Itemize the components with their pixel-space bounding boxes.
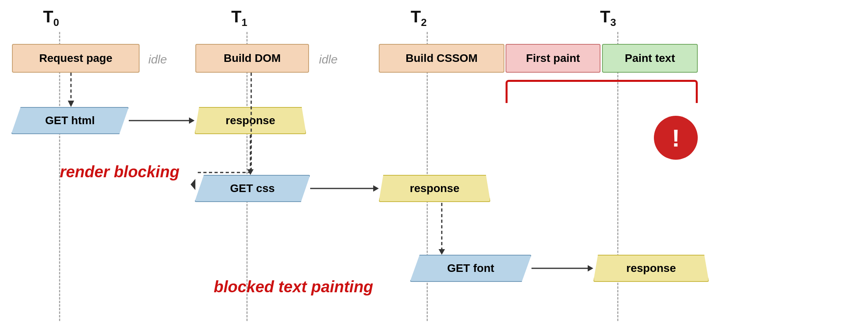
diagram: T0 T1 T2 T3 Request page idle Build DOM … bbox=[0, 0, 868, 329]
get-css-box: GET css bbox=[195, 175, 310, 202]
build-dom-box: Build DOM bbox=[195, 44, 309, 73]
response2-box: response bbox=[379, 175, 490, 202]
bracket-left-foot bbox=[506, 96, 508, 103]
request-page-box: Request page bbox=[12, 44, 140, 73]
svg-marker-12 bbox=[439, 249, 445, 255]
time-label-t3: T3 bbox=[600, 7, 616, 29]
get-font-box: GET font bbox=[410, 255, 531, 282]
paint-text-box: Paint text bbox=[602, 44, 698, 73]
idle-text-2: idle bbox=[319, 53, 338, 66]
time-label-t1: T1 bbox=[231, 7, 247, 29]
idle-text-1: idle bbox=[148, 53, 167, 66]
svg-marker-8 bbox=[247, 169, 254, 175]
svg-marker-3 bbox=[189, 117, 195, 124]
render-blocking-label: render blocking bbox=[60, 163, 179, 181]
red-bracket bbox=[506, 80, 698, 97]
get-html-box: GET html bbox=[11, 107, 129, 134]
svg-marker-6 bbox=[191, 179, 195, 190]
response1-box: response bbox=[195, 107, 306, 134]
bracket-right-foot bbox=[696, 96, 698, 103]
response3-box: response bbox=[593, 255, 709, 282]
time-label-t2: T2 bbox=[411, 7, 427, 29]
svg-marker-1 bbox=[68, 101, 74, 107]
svg-marker-14 bbox=[588, 265, 593, 272]
error-icon: ! bbox=[654, 116, 698, 160]
first-paint-box: First paint bbox=[506, 44, 600, 73]
svg-marker-10 bbox=[373, 185, 379, 192]
blocked-text-painting-label: blocked text painting bbox=[214, 278, 373, 296]
time-label-t0: T0 bbox=[43, 7, 59, 29]
build-cssom-box: Build CSSOM bbox=[379, 44, 504, 73]
